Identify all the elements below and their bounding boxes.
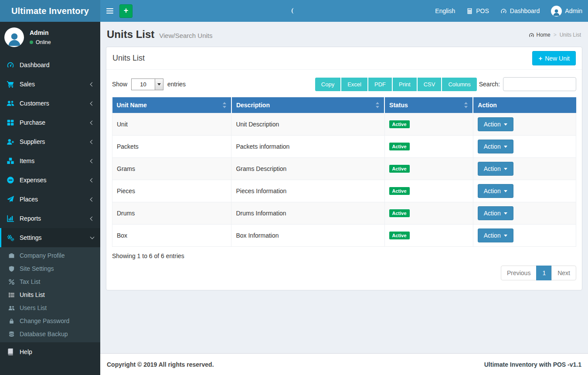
sidebar-item-items[interactable]: Items bbox=[0, 151, 100, 170]
chevron-left-icon bbox=[90, 216, 95, 221]
search-label: Search: bbox=[479, 81, 500, 88]
sidebar-item-places[interactable]: Places bbox=[0, 190, 100, 209]
status-badge: Active bbox=[389, 165, 410, 173]
sidebar-user-status[interactable]: Online bbox=[30, 39, 51, 45]
column-header-description[interactable]: Description bbox=[231, 97, 384, 113]
units-list-panel: Units List + New Unit Show 10 entries bbox=[106, 47, 582, 290]
nav-language[interactable]: English bbox=[429, 0, 461, 22]
quick-add-button[interactable]: + bbox=[119, 4, 133, 18]
table-row: Drums Drums Information Active Action bbox=[112, 202, 576, 225]
breadcrumb-home-link[interactable]: Home bbox=[529, 32, 551, 38]
action-dropdown-button[interactable]: Action bbox=[478, 140, 513, 153]
sidebar-item-sales[interactable]: Sales bbox=[0, 75, 100, 94]
footer-copyright: Copyright © 2019 All rights reserved. bbox=[107, 361, 214, 368]
home-dashboard-icon bbox=[529, 32, 534, 38]
action-dropdown-button[interactable]: Action bbox=[478, 117, 513, 131]
sidebar-item-customers[interactable]: Customers bbox=[0, 94, 100, 113]
status-badge: Active bbox=[389, 120, 410, 128]
chevron-down-icon bbox=[90, 235, 95, 239]
action-dropdown-button[interactable]: Action bbox=[478, 162, 513, 176]
table-controls: Show 10 entries Copy Excel PDF Print bbox=[112, 77, 576, 91]
description-cell: Drums Information bbox=[231, 202, 384, 225]
chevron-left-icon bbox=[90, 197, 95, 201]
sidebar-item-settings[interactable]: Settings bbox=[0, 228, 100, 247]
page-1-button[interactable]: 1 bbox=[536, 266, 552, 280]
nav-pos[interactable]: POS bbox=[461, 0, 495, 22]
sidebar-item-purchase[interactable]: Purchase bbox=[0, 113, 100, 132]
action-dropdown-button[interactable]: Action bbox=[478, 206, 513, 220]
search-input[interactable] bbox=[503, 77, 576, 91]
nav-pos-label: POS bbox=[476, 7, 489, 14]
unit-name-cell: Box bbox=[112, 225, 231, 247]
csv-button[interactable]: CSV bbox=[418, 78, 442, 91]
unit-name-cell: Drums bbox=[112, 202, 231, 225]
panel-header: Units List + New Unit bbox=[106, 47, 582, 70]
pagination: Previous 1 Next bbox=[501, 266, 576, 280]
avatar bbox=[4, 27, 24, 47]
sidebar-item-reports[interactable]: Reports bbox=[0, 209, 100, 228]
user-avatar-icon bbox=[552, 8, 561, 17]
sidebar-item-expenses[interactable]: Expenses bbox=[0, 170, 100, 190]
users-icon bbox=[8, 305, 15, 311]
sidebar-user-name: Admin bbox=[30, 29, 51, 36]
nav-user-menu[interactable]: Admin bbox=[545, 0, 588, 22]
caret-down-icon bbox=[504, 123, 507, 127]
action-dropdown-button[interactable]: Action bbox=[478, 184, 513, 198]
cubes-icon bbox=[7, 157, 14, 165]
sidebar-item-units-list[interactable]: Units List bbox=[0, 288, 100, 301]
sidebar-toggle-button[interactable] bbox=[100, 0, 119, 22]
breadcrumb: Home > Units List bbox=[529, 32, 581, 38]
caret-down-icon bbox=[504, 212, 507, 216]
show-label: Show bbox=[112, 81, 127, 88]
sidebar-item-site-settings[interactable]: Site Settings bbox=[0, 262, 100, 275]
nav-dashboard[interactable]: Dashboard bbox=[495, 0, 546, 22]
next-page-button[interactable]: Next bbox=[551, 266, 576, 280]
database-icon bbox=[8, 331, 15, 338]
description-cell: Pieces Information bbox=[231, 180, 384, 202]
navbar-right: English POS Dashboard Admin bbox=[429, 0, 588, 22]
new-unit-button[interactable]: + New Unit bbox=[532, 51, 576, 65]
columns-button[interactable]: Columns bbox=[442, 78, 476, 91]
brand-logo[interactable]: Ultimate Inventory bbox=[0, 0, 100, 22]
print-button[interactable]: Print bbox=[393, 78, 418, 91]
sidebar-menu: Dashboard Sales Customers Purchase Suppl… bbox=[0, 55, 100, 247]
sidebar-item-change-password[interactable]: Change Password bbox=[0, 314, 100, 327]
content-header: Units List View/Search Units Home > Unit… bbox=[100, 22, 588, 41]
action-dropdown-button[interactable]: Action bbox=[478, 228, 513, 242]
previous-page-button[interactable]: Previous bbox=[501, 266, 537, 280]
chevron-left-icon bbox=[90, 140, 95, 144]
tachometer-icon bbox=[7, 61, 14, 69]
navbar-main: + English POS Dashboard Admin bbox=[100, 0, 588, 22]
sort-icon[interactable] bbox=[464, 102, 468, 108]
nav-user-label: Admin bbox=[565, 7, 582, 14]
breadcrumb-current: Units List bbox=[560, 32, 581, 38]
column-header-status[interactable]: Status bbox=[384, 97, 473, 113]
sidebar-item-suppliers[interactable]: Suppliers bbox=[0, 132, 100, 151]
table-row: Unit Unit Description Active Action bbox=[112, 113, 576, 136]
breadcrumb-separator: > bbox=[554, 32, 557, 38]
sidebar-item-users-list[interactable]: Users List bbox=[0, 301, 100, 314]
bar-chart-icon bbox=[7, 215, 14, 222]
description-cell: Unit Description bbox=[231, 113, 384, 136]
chevron-left-icon bbox=[90, 82, 95, 86]
sort-icon[interactable] bbox=[376, 102, 380, 108]
excel-button[interactable]: Excel bbox=[341, 78, 368, 91]
chevron-left-icon bbox=[90, 178, 95, 182]
sidebar-item-tax-list[interactable]: Tax List bbox=[0, 275, 100, 288]
copy-button[interactable]: Copy bbox=[315, 78, 341, 91]
sidebar-item-help[interactable]: Help bbox=[0, 342, 100, 361]
table-row: Packets Packets information Active Actio… bbox=[112, 136, 576, 158]
sidebar-item-dashboard[interactable]: Dashboard bbox=[0, 55, 100, 75]
sidebar-item-company-profile[interactable]: Company Profile bbox=[0, 249, 100, 262]
lock-icon bbox=[8, 318, 15, 324]
select-arrow-icon bbox=[155, 79, 163, 90]
description-cell: Grams Description bbox=[231, 158, 384, 180]
sidebar-item-database-backup[interactable]: Database Backup bbox=[0, 327, 100, 341]
unit-name-cell: Pieces bbox=[112, 180, 231, 202]
status-badge: Active bbox=[389, 143, 410, 150]
pdf-button[interactable]: PDF bbox=[368, 78, 393, 91]
entries-per-page-select[interactable]: 10 bbox=[131, 78, 163, 90]
sort-icon[interactable] bbox=[223, 102, 227, 108]
column-header-unit-name[interactable]: Unit Name bbox=[112, 97, 231, 113]
column-header-action: Action bbox=[473, 97, 576, 113]
